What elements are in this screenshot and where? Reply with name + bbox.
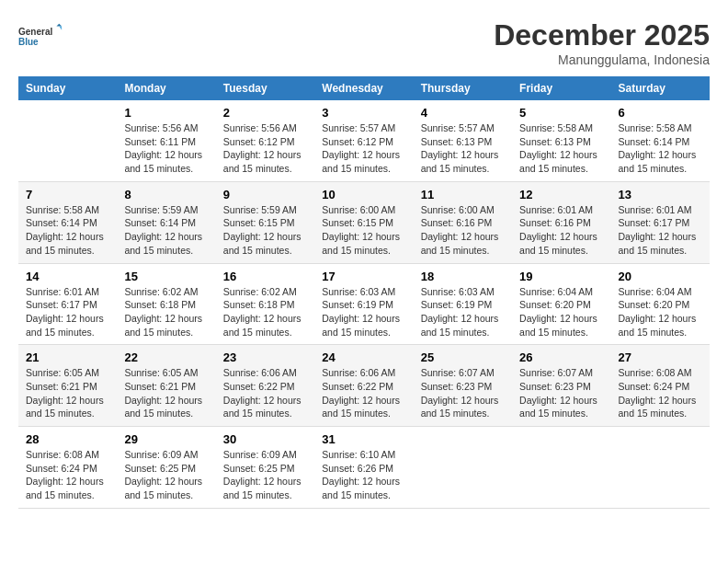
- calendar-cell: 31 Sunrise: 6:10 AMSunset: 6:26 PMDaylig…: [314, 427, 413, 509]
- day-number: 18: [421, 270, 505, 283]
- day-info: Sunrise: 6:08 AMSunset: 6:24 PMDaylight:…: [26, 449, 104, 500]
- day-number: 10: [322, 188, 405, 201]
- day-number: 15: [124, 270, 208, 283]
- logo-svg: General Blue: [18, 18, 64, 55]
- header-day-thursday: Thursday: [414, 76, 512, 100]
- calendar-header-row: SundayMondayTuesdayWednesdayThursdayFrid…: [18, 76, 710, 100]
- page-header: General Blue December 2025 Manunggulama,…: [18, 18, 710, 67]
- header-day-monday: Monday: [117, 76, 215, 100]
- calendar-week-5: 28 Sunrise: 6:08 AMSunset: 6:24 PMDaylig…: [18, 427, 710, 509]
- day-info: Sunrise: 6:00 AMSunset: 6:16 PMDaylight:…: [421, 204, 499, 256]
- calendar-table: SundayMondayTuesdayWednesdayThursdayFrid…: [18, 76, 710, 509]
- day-number: 17: [322, 270, 405, 283]
- header-day-saturday: Saturday: [611, 76, 710, 100]
- day-info: Sunrise: 5:59 AMSunset: 6:14 PMDaylight:…: [124, 204, 202, 256]
- calendar-cell: 2 Sunrise: 5:56 AMSunset: 6:12 PMDayligh…: [216, 100, 314, 181]
- day-number: 23: [223, 350, 307, 364]
- day-info: Sunrise: 6:05 AMSunset: 6:21 PMDaylight:…: [124, 367, 202, 419]
- day-info: Sunrise: 6:06 AMSunset: 6:22 PMDaylight:…: [223, 367, 301, 419]
- day-info: Sunrise: 6:10 AMSunset: 6:26 PMDaylight:…: [322, 449, 400, 500]
- day-number: 24: [322, 350, 405, 364]
- calendar-cell: 8 Sunrise: 5:59 AMSunset: 6:14 PMDayligh…: [117, 181, 215, 263]
- calendar-cell: [18, 100, 117, 181]
- calendar-cell: 30 Sunrise: 6:09 AMSunset: 6:25 PMDaylig…: [216, 427, 314, 509]
- day-number: 2: [223, 106, 307, 120]
- day-info: Sunrise: 6:09 AMSunset: 6:25 PMDaylight:…: [223, 449, 301, 500]
- svg-marker-3: [59, 27, 62, 30]
- calendar-week-1: 1 Sunrise: 5:56 AMSunset: 6:11 PMDayligh…: [18, 100, 710, 181]
- title-section: December 2025 Manunggulama, Indonesia: [494, 18, 710, 67]
- day-info: Sunrise: 6:07 AMSunset: 6:23 PMDaylight:…: [421, 367, 499, 419]
- day-info: Sunrise: 5:57 AMSunset: 6:12 PMDaylight:…: [322, 122, 400, 174]
- calendar-cell: 26 Sunrise: 6:07 AMSunset: 6:23 PMDaylig…: [512, 345, 610, 427]
- day-number: 31: [322, 432, 405, 446]
- calendar-cell: 17 Sunrise: 6:03 AMSunset: 6:19 PMDaylig…: [314, 263, 413, 345]
- day-number: 11: [421, 188, 505, 201]
- day-info: Sunrise: 5:57 AMSunset: 6:13 PMDaylight:…: [421, 122, 499, 174]
- calendar-cell: 14 Sunrise: 6:01 AMSunset: 6:17 PMDaylig…: [18, 263, 117, 345]
- calendar-cell: 3 Sunrise: 5:57 AMSunset: 6:12 PMDayligh…: [314, 100, 413, 181]
- day-info: Sunrise: 6:04 AMSunset: 6:20 PMDaylight:…: [619, 286, 697, 338]
- day-number: 30: [223, 432, 307, 446]
- calendar-cell: 20 Sunrise: 6:04 AMSunset: 6:20 PMDaylig…: [611, 263, 710, 345]
- day-info: Sunrise: 6:01 AMSunset: 6:17 PMDaylight:…: [619, 204, 697, 256]
- logo: General Blue: [18, 18, 64, 55]
- svg-text:General: General: [18, 27, 52, 37]
- calendar-cell: 4 Sunrise: 5:57 AMSunset: 6:13 PMDayligh…: [414, 100, 512, 181]
- day-number: 3: [322, 106, 405, 120]
- day-info: Sunrise: 5:56 AMSunset: 6:12 PMDaylight:…: [223, 122, 301, 174]
- day-info: Sunrise: 6:05 AMSunset: 6:21 PMDaylight:…: [26, 367, 104, 419]
- calendar-week-2: 7 Sunrise: 5:58 AMSunset: 6:14 PMDayligh…: [18, 181, 710, 263]
- day-number: 27: [619, 350, 702, 364]
- day-info: Sunrise: 6:04 AMSunset: 6:20 PMDaylight:…: [519, 286, 597, 338]
- month-title: December 2025: [494, 18, 710, 52]
- day-info: Sunrise: 6:00 AMSunset: 6:15 PMDaylight:…: [322, 204, 400, 256]
- day-info: Sunrise: 5:58 AMSunset: 6:13 PMDaylight:…: [519, 122, 597, 174]
- calendar-cell: 12 Sunrise: 6:01 AMSunset: 6:16 PMDaylig…: [512, 181, 610, 263]
- header-day-tuesday: Tuesday: [216, 76, 314, 100]
- calendar-cell: 16 Sunrise: 6:02 AMSunset: 6:18 PMDaylig…: [216, 263, 314, 345]
- day-number: 19: [519, 270, 603, 283]
- calendar-cell: 23 Sunrise: 6:06 AMSunset: 6:22 PMDaylig…: [216, 345, 314, 427]
- calendar-cell: 7 Sunrise: 5:58 AMSunset: 6:14 PMDayligh…: [18, 181, 117, 263]
- calendar-cell: 6 Sunrise: 5:58 AMSunset: 6:14 PMDayligh…: [611, 100, 710, 181]
- calendar-cell: 27 Sunrise: 6:08 AMSunset: 6:24 PMDaylig…: [611, 345, 710, 427]
- location-subtitle: Manunggulama, Indonesia: [494, 52, 710, 67]
- day-number: 20: [619, 270, 702, 283]
- calendar-cell: 24 Sunrise: 6:06 AMSunset: 6:22 PMDaylig…: [314, 345, 413, 427]
- day-info: Sunrise: 5:59 AMSunset: 6:15 PMDaylight:…: [223, 204, 301, 256]
- day-number: 25: [421, 350, 505, 364]
- svg-text:Blue: Blue: [18, 37, 39, 47]
- day-info: Sunrise: 6:03 AMSunset: 6:19 PMDaylight:…: [322, 286, 400, 338]
- calendar-cell: 1 Sunrise: 5:56 AMSunset: 6:11 PMDayligh…: [117, 100, 215, 181]
- calendar-cell: 15 Sunrise: 6:02 AMSunset: 6:18 PMDaylig…: [117, 263, 215, 345]
- header-day-friday: Friday: [512, 76, 610, 100]
- day-info: Sunrise: 6:07 AMSunset: 6:23 PMDaylight:…: [519, 367, 597, 419]
- svg-marker-2: [56, 24, 62, 27]
- calendar-cell: 19 Sunrise: 6:04 AMSunset: 6:20 PMDaylig…: [512, 263, 610, 345]
- calendar-cell: 11 Sunrise: 6:00 AMSunset: 6:16 PMDaylig…: [414, 181, 512, 263]
- day-number: 28: [26, 432, 109, 446]
- day-info: Sunrise: 5:58 AMSunset: 6:14 PMDaylight:…: [26, 204, 104, 256]
- day-number: 4: [421, 106, 505, 120]
- day-info: Sunrise: 6:01 AMSunset: 6:16 PMDaylight:…: [519, 204, 597, 256]
- day-number: 22: [124, 350, 208, 364]
- header-day-wednesday: Wednesday: [314, 76, 413, 100]
- calendar-cell: [512, 427, 610, 509]
- calendar-cell: 22 Sunrise: 6:05 AMSunset: 6:21 PMDaylig…: [117, 345, 215, 427]
- calendar-cell: [414, 427, 512, 509]
- day-number: 9: [223, 188, 307, 201]
- day-number: 8: [124, 188, 208, 201]
- day-number: 5: [519, 106, 603, 120]
- day-info: Sunrise: 6:02 AMSunset: 6:18 PMDaylight:…: [124, 286, 202, 338]
- day-number: 13: [619, 188, 702, 201]
- calendar-cell: 21 Sunrise: 6:05 AMSunset: 6:21 PMDaylig…: [18, 345, 117, 427]
- day-number: 12: [519, 188, 603, 201]
- day-number: 1: [124, 106, 208, 120]
- calendar-cell: 28 Sunrise: 6:08 AMSunset: 6:24 PMDaylig…: [18, 427, 117, 509]
- calendar-cell: 18 Sunrise: 6:03 AMSunset: 6:19 PMDaylig…: [414, 263, 512, 345]
- header-day-sunday: Sunday: [18, 76, 117, 100]
- calendar-week-4: 21 Sunrise: 6:05 AMSunset: 6:21 PMDaylig…: [18, 345, 710, 427]
- calendar-cell: 5 Sunrise: 5:58 AMSunset: 6:13 PMDayligh…: [512, 100, 610, 181]
- day-number: 7: [26, 188, 109, 201]
